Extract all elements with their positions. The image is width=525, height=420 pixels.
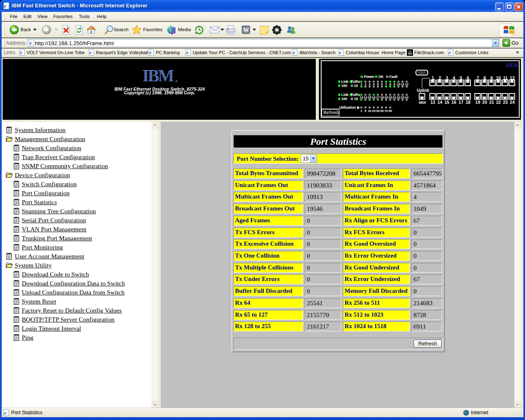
svg-text:18: 18 [380, 96, 384, 99]
svg-text:19: 19 [384, 96, 388, 99]
svg-text:14: 14 [438, 100, 443, 105]
svg-text:Fault: Fault [389, 75, 397, 79]
svg-text:22: 22 [397, 96, 400, 99]
svg-text:2: 2 [365, 82, 367, 86]
svg-text:19: 19 [475, 100, 480, 105]
svg-text:12: 12 [405, 82, 409, 86]
svg-text:11: 11 [401, 82, 404, 86]
svg-text:Uplink: Uplink [417, 88, 429, 93]
svg-text:20: 20 [372, 109, 376, 113]
svg-text:30: 30 [376, 109, 380, 113]
svg-text:16: 16 [452, 100, 457, 105]
svg-text:15: 15 [445, 100, 450, 105]
svg-text:9: 9 [393, 82, 395, 86]
svg-text:90: 90 [388, 109, 392, 113]
svg-text:MDI: MDI [419, 100, 426, 105]
svg-text:16: 16 [372, 96, 376, 99]
svg-text:Tx/Rx: Tx/Rx [351, 80, 360, 84]
svg-text:OK: OK [378, 75, 384, 79]
svg-text:3: 3 [369, 82, 371, 86]
svg-text:17: 17 [376, 96, 380, 99]
svg-text:15: 15 [368, 96, 372, 99]
svg-text:e: e [20, 50, 23, 55]
svg-text:1: 1 [361, 109, 363, 113]
svg-text:e: e [4, 410, 7, 416]
svg-text:20: 20 [482, 100, 487, 105]
svg-text:24: 24 [405, 96, 409, 99]
svg-text:Refresh: Refresh [323, 110, 340, 115]
svg-text:13: 13 [430, 100, 435, 105]
svg-text:17: 17 [459, 100, 463, 105]
svg-text:70: 70 [384, 109, 388, 113]
svg-text:e: e [4, 3, 7, 9]
svg-text:5: 5 [377, 82, 379, 86]
svg-text:Tx/Rx: Tx/Rx [351, 93, 360, 97]
svg-text:10: 10 [354, 97, 358, 101]
svg-text:Power: Power [364, 75, 374, 79]
svg-text:e: e [89, 50, 92, 55]
svg-text:Link: Link [341, 80, 349, 84]
svg-text:e: e [449, 50, 451, 55]
svg-text:20: 20 [388, 96, 392, 99]
svg-text:23: 23 [503, 100, 508, 105]
svg-text:10: 10 [397, 82, 400, 86]
svg-text:4: 4 [373, 82, 375, 86]
svg-text:6: 6 [381, 82, 383, 86]
svg-text:24: 24 [510, 100, 515, 105]
svg-text:8: 8 [389, 82, 391, 86]
svg-text:e: e [339, 50, 342, 55]
svg-text:Link: Link [341, 93, 349, 97]
svg-text:23: 23 [401, 96, 404, 99]
svg-text:100: 100 [341, 84, 347, 88]
svg-text:®: ® [175, 80, 178, 84]
svg-text:W: W [243, 27, 249, 33]
svg-text:14: 14 [364, 96, 368, 99]
svg-text:10: 10 [368, 109, 372, 113]
svg-text:5: 5 [365, 109, 367, 113]
svg-text:100: 100 [341, 97, 347, 101]
svg-text:13: 13 [360, 96, 363, 99]
svg-text:e: e [186, 50, 189, 55]
svg-text:21: 21 [489, 100, 494, 105]
svg-text:Utilization: Utilization [339, 105, 356, 110]
svg-text:22: 22 [496, 100, 501, 105]
svg-text:e: e [293, 50, 295, 55]
svg-text:7: 7 [385, 82, 387, 86]
svg-text:1: 1 [361, 82, 363, 86]
svg-text:50: 50 [380, 109, 384, 113]
svg-text:IBM: IBM [506, 62, 518, 68]
svg-text:21: 21 [393, 96, 396, 99]
svg-text:10: 10 [354, 84, 358, 88]
svg-text:e: e [30, 40, 32, 46]
svg-text:18: 18 [466, 100, 470, 105]
svg-text:e: e [149, 50, 152, 55]
svg-text:IBM: IBM [142, 70, 174, 84]
